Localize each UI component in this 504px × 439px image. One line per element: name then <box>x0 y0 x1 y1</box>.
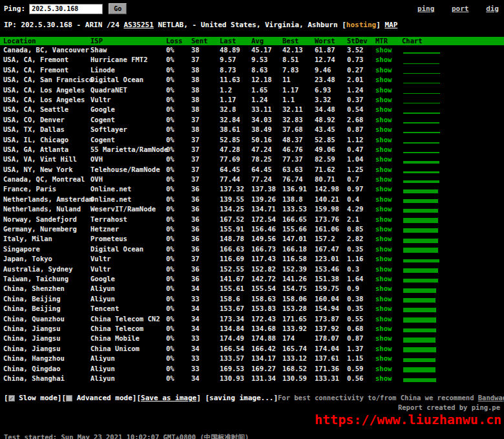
avg-cell: 166.73 <box>251 244 282 254</box>
location-cell: Australia, Sydney <box>3 264 90 274</box>
mtr-show-link[interactable]: show <box>375 66 392 74</box>
mtr-show-link[interactable]: show <box>375 345 392 352</box>
mtr-show-link[interactable]: show <box>375 215 392 223</box>
ping-input[interactable] <box>29 4 103 14</box>
table-row: China, Jiangsu China Unicom 0% 34 166.54… <box>0 344 504 354</box>
recommend-text: For best connectivity to/from China we r… <box>278 394 478 402</box>
mtr-show-link[interactable]: show <box>375 365 392 372</box>
mtr-show-link[interactable]: show <box>375 116 392 123</box>
chart-cell <box>402 225 504 233</box>
nav-link-dig[interactable]: dig <box>486 5 499 13</box>
worst-cell: 34.48 <box>315 105 347 114</box>
mtr-cell: show <box>375 215 402 224</box>
mtr-show-link[interactable]: show <box>375 155 392 163</box>
isp-cell: China Unicom <box>90 344 166 354</box>
slow-mode-checkbox[interactable]: ✓ <box>8 395 15 402</box>
location-cell: USA, VA, Vint Hill <box>3 155 90 164</box>
worst-cell: 151.38 <box>315 274 347 284</box>
last-cell: 47.28 <box>220 145 251 155</box>
mtr-show-link[interactable]: show <box>375 185 392 193</box>
loss-cell: 0% <box>166 254 191 264</box>
avg-cell: 50.16 <box>251 135 282 145</box>
asn-link[interactable]: AS35251 <box>123 21 153 29</box>
stdev-cell: 0.47 <box>347 145 375 155</box>
advanced-mode-checkbox[interactable] <box>66 395 72 402</box>
best-cell: 48.37 <box>282 135 315 145</box>
ping-chart-bar <box>403 328 436 332</box>
mtr-cell: show <box>375 294 402 304</box>
worst-cell: 43.45 <box>315 125 347 134</box>
mtr-show-link[interactable]: show <box>375 255 392 262</box>
sent-cell: 37 <box>191 254 220 264</box>
mtr-show-link[interactable]: show <box>375 265 392 273</box>
nav-link-ping[interactable]: ping <box>417 5 435 13</box>
chart-cell <box>402 116 504 124</box>
avg-cell: 137.38 <box>251 184 282 194</box>
ping-chart-bar <box>403 103 440 103</box>
loss-cell: 0% <box>166 65 191 75</box>
mtr-show-link[interactable]: show <box>375 275 392 283</box>
stdev-cell: 4.29 <box>347 204 375 214</box>
mtr-show-link[interactable]: show <box>375 235 392 242</box>
mtr-show-link[interactable]: show <box>375 136 392 144</box>
avg-cell: 156.46 <box>251 224 282 234</box>
mtr-show-link[interactable]: show <box>375 225 392 233</box>
nav-link-port[interactable]: port <box>452 5 469 13</box>
mtr-show-link[interactable]: show <box>375 205 392 213</box>
mtr-show-link[interactable]: show <box>375 325 392 332</box>
best-cell: 153.28 <box>282 304 315 314</box>
location-cell: USA, CA, Seattle <box>3 105 90 114</box>
mtr-show-link[interactable]: show <box>375 295 392 303</box>
mtr-show-link[interactable]: show <box>375 315 392 323</box>
mtr-show-link[interactable]: show <box>375 175 392 183</box>
worst-cell: 174.04 <box>315 344 347 354</box>
chart-cell <box>402 156 504 164</box>
chart-cell <box>402 374 504 383</box>
chart-cell <box>402 345 504 353</box>
mtr-show-link[interactable]: show <box>375 145 392 153</box>
best-cell: 133.53 <box>282 204 315 214</box>
mtr-show-link[interactable]: show <box>375 56 392 63</box>
sent-cell: 37 <box>191 145 220 155</box>
mtr-show-link[interactable]: show <box>375 354 392 362</box>
loss-cell: 0% <box>166 184 191 194</box>
ping-chart-bar <box>403 239 438 243</box>
loss-cell: 0% <box>166 204 191 214</box>
isp-cell: Aliyun <box>90 364 166 374</box>
mtr-show-link[interactable]: show <box>375 166 392 173</box>
table-row: China, Beijing Aliyun 0% 33 158.6 158.63… <box>0 294 504 304</box>
mtr-cell: show <box>375 304 402 314</box>
ping-chart-bar <box>403 367 436 372</box>
best-cell: 165.74 <box>282 344 315 354</box>
bandwagonhost-link[interactable]: BandwagonHost <box>478 394 504 402</box>
mtr-show-link[interactable]: show <box>375 305 392 312</box>
mtr-show-link[interactable]: show <box>375 96 392 103</box>
mtr-show-link[interactable]: show <box>375 374 392 382</box>
best-cell: 77.37 <box>282 155 315 164</box>
sent-cell: 37 <box>191 155 220 164</box>
sent-cell: 33 <box>191 334 220 343</box>
mtr-show-link[interactable]: show <box>375 125 392 133</box>
last-cell: 141.67 <box>220 274 251 284</box>
mtr-show-link[interactable]: show <box>375 334 392 342</box>
mtr-show-link[interactable]: show <box>375 46 392 54</box>
last-cell: 139.55 <box>220 195 251 204</box>
worst-cell: 23.48 <box>315 75 347 85</box>
hosting-tag: hosting <box>346 21 376 29</box>
mtr-show-link[interactable]: show <box>375 76 392 83</box>
save-as-image-link[interactable]: Save as image <box>141 394 196 402</box>
mtr-show-link[interactable]: show <box>375 284 392 292</box>
location-cell: Germany, Nuremberg <box>3 224 90 234</box>
mtr-show-link[interactable]: show <box>375 195 392 203</box>
last-cell: 158.6 <box>220 294 251 304</box>
mtr-show-link[interactable]: show <box>375 245 392 253</box>
ping-chart-bar <box>403 189 438 193</box>
mtr-show-link[interactable]: show <box>375 86 392 94</box>
map-link[interactable]: MAP <box>384 21 397 29</box>
mtr-cell: show <box>375 324 402 334</box>
mtr-show-link[interactable]: show <box>375 105 392 113</box>
go-button[interactable]: Go <box>109 3 127 14</box>
location-cell: China, Shenzhen <box>3 284 90 294</box>
mtr-cell: show <box>375 155 402 164</box>
location-cell: USA, IL, Chicago <box>3 135 90 145</box>
